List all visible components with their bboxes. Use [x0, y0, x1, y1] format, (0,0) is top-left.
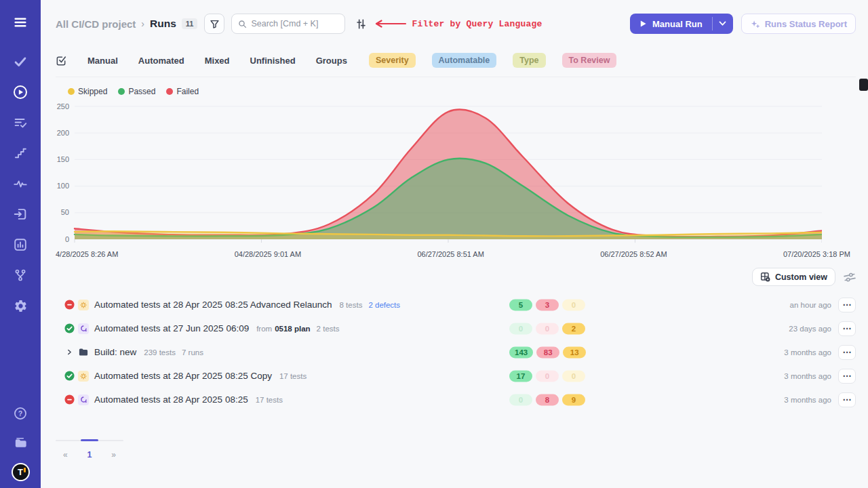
inbox-icon[interactable]	[12, 205, 29, 223]
tab-automated[interactable]: Automated	[138, 56, 184, 66]
more-options-button[interactable]: ⋯	[838, 369, 856, 384]
search-box[interactable]	[231, 14, 345, 34]
run-row[interactable]: Build: new239 tests7 runs14383133 months…	[56, 340, 856, 364]
runs-chart-section: SkippedPassedFailed 250200150100500 4/28…	[56, 87, 856, 258]
run-row[interactable]: Automated tests at 28 Apr 2025 08:25 Adv…	[56, 293, 856, 317]
run-meta-text: 0518 plan	[275, 325, 310, 333]
automation-icon	[78, 323, 89, 334]
header-actions: Manual Run Runs Status Report	[630, 14, 856, 34]
milestones-icon[interactable]	[12, 144, 29, 162]
more-options-button[interactable]: ⋯	[838, 298, 856, 312]
legend-item-failed[interactable]: Failed	[166, 87, 199, 96]
custom-view-button[interactable]: Custom view	[752, 268, 835, 286]
x-axis-label: 4/28/2025 8:26 AM	[56, 250, 118, 258]
run-row[interactable]: Automated tests at 28 Apr 2025 08:25 Cop…	[56, 364, 856, 388]
play-icon	[639, 20, 647, 28]
select-runs-icon[interactable]	[56, 55, 67, 66]
filter-pill-automatable[interactable]: Automatable	[432, 53, 497, 68]
more-options-button[interactable]: ⋯	[838, 345, 856, 360]
defects-icon[interactable]	[12, 175, 29, 192]
analytics-icon[interactable]	[12, 236, 29, 253]
svg-text:?: ?	[18, 409, 22, 418]
run-meta-text: 17 tests	[256, 396, 283, 404]
test-plans-icon[interactable]	[12, 114, 29, 131]
manual-run-dropdown[interactable]	[713, 14, 733, 34]
view-sliders-icon[interactable]	[843, 270, 857, 283]
x-axis-label: 04/28/2025 9:01 AM	[235, 250, 301, 258]
help-icon[interactable]: ?	[12, 405, 29, 422]
failed-count-badge: 8	[536, 394, 559, 405]
run-meta-text: from	[256, 325, 272, 333]
sparkles-icon	[78, 300, 89, 310]
runs-tabs: ManualAutomatedMixedUnfinishedGroups Sev…	[56, 53, 856, 77]
filter-funnel-button[interactable]	[204, 14, 224, 34]
run-time: 3 months ago	[784, 372, 831, 380]
passed-count-badge: 0	[509, 394, 532, 405]
projects-icon[interactable]	[12, 434, 29, 451]
legend-item-passed[interactable]: Passed	[118, 87, 155, 96]
runs-count-badge: 11	[182, 18, 198, 29]
run-meta: 8 tests2 defects	[340, 301, 401, 309]
run-row[interactable]: Automated tests at 28 Apr 2025 08:2517 t…	[56, 388, 856, 411]
settings-gear-icon[interactable]	[12, 297, 29, 314]
search-input[interactable]	[251, 19, 336, 28]
legend-item-skipped[interactable]: Skipped	[68, 87, 107, 96]
manual-run-label: Manual Run	[652, 19, 703, 29]
automation-icon	[78, 394, 89, 405]
query-filters-icon[interactable]	[355, 18, 367, 30]
breadcrumb-separator: ›	[141, 18, 144, 29]
tab-manual[interactable]: Manual	[87, 56, 118, 66]
tab-unfinished[interactable]: Unfinished	[250, 56, 296, 66]
run-row[interactable]: Automated tests at 27 Jun 2025 06:09from…	[56, 317, 856, 340]
avatar-letter: T	[18, 467, 23, 477]
run-count-badges: 1438313	[509, 346, 586, 358]
avatar-accent	[24, 468, 26, 472]
skipped-count-badge: 9	[562, 394, 585, 405]
svg-text:150: 150	[57, 155, 69, 163]
run-meta: 17 tests	[279, 372, 307, 380]
x-axis-label: 06/27/2025 8:51 AM	[417, 250, 484, 258]
filter-pill-to-review[interactable]: To Review	[562, 53, 617, 68]
run-meta-text: 2 tests	[317, 325, 340, 333]
failed-count-badge: 83	[536, 346, 559, 358]
run-meta-text: 17 tests	[279, 372, 307, 380]
legend-label: Skipped	[78, 87, 107, 96]
legend-label: Failed	[176, 87, 199, 96]
run-title: Automated tests at 28 Apr 2025 08:25	[94, 394, 248, 405]
runs-status-report-button[interactable]: Runs Status Report	[741, 14, 856, 34]
breadcrumb: All CI/CD project › Runs 11	[56, 18, 197, 30]
integrations-icon[interactable]	[12, 266, 29, 284]
skipped-count-badge: 13	[563, 346, 586, 358]
runs-play-icon[interactable]	[12, 83, 29, 101]
defects-link[interactable]: 2 defects	[368, 301, 400, 309]
run-meta-text: 239 tests	[144, 348, 176, 357]
tab-mixed[interactable]: Mixed	[205, 56, 230, 66]
pagination-prev-button[interactable]: «	[63, 450, 68, 460]
more-options-button[interactable]: ⋯	[838, 321, 856, 336]
folder-icon	[78, 347, 89, 358]
tab-groups[interactable]: Groups	[316, 56, 347, 66]
passed-count-badge: 0	[509, 323, 532, 334]
x-axis-label: 07/20/2025 3:18 PM	[783, 250, 850, 258]
run-meta: 17 tests	[256, 396, 283, 404]
svg-text:50: 50	[61, 208, 69, 216]
tests-check-icon[interactable]	[12, 53, 29, 70]
workspace-avatar[interactable]: T	[12, 463, 30, 481]
pagination-page-1[interactable]: 1	[87, 450, 92, 460]
search-icon	[238, 20, 247, 28]
filter-pill-severity[interactable]: Severity	[369, 53, 416, 68]
filter-pill-type[interactable]: Type	[513, 53, 545, 68]
passed-count-badge: 143	[509, 346, 533, 358]
pagination-next-button[interactable]: »	[111, 450, 116, 460]
legend-dot-icon	[68, 88, 75, 95]
sidebar: ? T	[0, 0, 41, 488]
scrollbar-thumb[interactable]	[859, 79, 868, 91]
svg-text:250: 250	[57, 102, 69, 110]
more-options-button[interactable]: ⋯	[838, 392, 856, 407]
breadcrumb-project[interactable]: All CI/CD project	[56, 18, 136, 30]
chevron-right-icon[interactable]	[64, 347, 75, 358]
run-time: 3 months ago	[784, 348, 831, 357]
hamburger-menu-icon[interactable]	[13, 15, 28, 33]
manual-run-button[interactable]: Manual Run	[630, 14, 712, 34]
run-count-badges: 002	[509, 323, 585, 334]
